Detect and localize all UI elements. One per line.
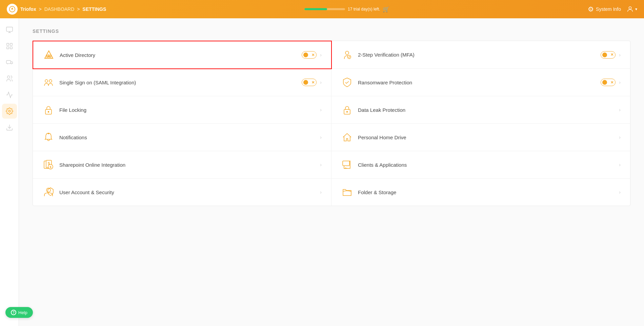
triofox-logo (7, 4, 18, 15)
dashboard-link[interactable]: DASHBOARD (44, 6, 75, 12)
ransomware-controls: ✕ › (601, 79, 621, 86)
topnav: Triofox > DASHBOARD > SETTINGS 17 trial … (0, 0, 644, 18)
sharepoint-item[interactable]: S $ Sharepoint Online Integration › (33, 151, 331, 179)
toggle-dot (303, 80, 308, 85)
system-info-button[interactable]: ⚙ System Info (588, 5, 621, 13)
layout: SETTINGS Active Directory (0, 18, 644, 326)
personal-home-drive-controls: › (619, 135, 621, 140)
clients-apps-icon (341, 159, 353, 171)
ransomware-toggle[interactable]: ✕ (601, 79, 616, 86)
personal-home-drive-item[interactable]: Personal Home Drive › (331, 124, 630, 151)
svg-point-13 (49, 55, 51, 57)
file-locking-label: File Locking (59, 107, 320, 113)
svg-rect-7 (6, 61, 11, 64)
active-directory-item[interactable]: Active Directory ✕ › (33, 41, 332, 69)
sidebar (0, 18, 19, 326)
svg-point-8 (7, 76, 9, 78)
clients-apps-controls: › (619, 162, 621, 167)
settings-icon (6, 107, 13, 115)
sidebar-item-reports[interactable] (2, 87, 17, 102)
toggle-x: ✕ (311, 53, 315, 57)
notifications-chevron: › (320, 135, 322, 140)
active-directory-toggle[interactable]: ✕ (302, 51, 317, 59)
active-directory-icon (43, 49, 55, 61)
folder-storage-item[interactable]: Folder & Storage › (331, 179, 630, 206)
toggle-dot (602, 53, 607, 57)
sharepoint-label: Sharepoint Online Integration (59, 162, 320, 168)
2step-icon (341, 49, 353, 61)
svg-text:$: $ (49, 165, 51, 169)
svg-point-9 (8, 110, 11, 112)
system-info-label: System Info (596, 6, 621, 12)
user-account-label: User Account & Security (59, 189, 320, 195)
svg-point-17 (49, 80, 52, 82)
personal-home-drive-icon (341, 131, 353, 143)
cart-icon[interactable]: 🛒 (383, 6, 389, 13)
svg-point-16 (45, 80, 48, 82)
user-account-controls: › (320, 189, 322, 195)
2step-chevron: › (619, 52, 621, 58)
single-signon-label: Single Sign on (SAML Integration) (59, 80, 302, 85)
settings-grid: Active Directory ✕ › (33, 41, 630, 206)
svg-point-29 (46, 188, 51, 192)
user-avatar-button[interactable]: ▾ (626, 5, 637, 13)
dashboard-icon (6, 42, 13, 50)
main-content: SETTINGS Active Directory (19, 18, 644, 326)
notifications-icon (42, 131, 55, 143)
2step-label: 2-Step Verification (MFA) (358, 52, 601, 58)
user-icon (626, 5, 634, 13)
2step-verification-item[interactable]: 2-Step Verification (MFA) ✕ › (331, 41, 630, 69)
trial-text: 17 trial day(s) left. (348, 7, 380, 12)
trial-bar-wrap (304, 8, 345, 10)
svg-rect-3 (6, 43, 8, 45)
active-directory-label: Active Directory (60, 52, 302, 58)
file-locking-icon (42, 104, 55, 116)
sharepoint-chevron: › (320, 162, 322, 167)
clients-apps-item[interactable]: Clients & Applications › (331, 151, 630, 179)
ransomware-item[interactable]: Ransomware Protection ✕ › (331, 69, 630, 96)
sidebar-item-monitor[interactable] (2, 22, 17, 37)
breadcrumb: Triofox > DASHBOARD > SETTINGS (20, 6, 106, 12)
single-signon-toggle[interactable]: ✕ (302, 79, 317, 86)
ransomware-chevron: › (619, 80, 621, 85)
data-leak-controls: › (619, 107, 621, 113)
sidebar-item-downloads[interactable] (2, 120, 17, 135)
svg-rect-4 (10, 43, 12, 45)
sidebar-item-devices[interactable] (2, 55, 17, 70)
notifications-controls: › (320, 135, 322, 140)
single-signon-item[interactable]: Single Sign on (SAML Integration) ✕ › (33, 69, 331, 96)
trial-info: 17 trial day(s) left. 🛒 (304, 6, 389, 13)
toggle-x: ✕ (311, 80, 315, 85)
trial-bar-fill (304, 8, 327, 10)
single-signon-controls: ✕ › (302, 79, 322, 86)
single-signon-icon (42, 76, 55, 88)
help-button[interactable]: ? Help (5, 307, 33, 318)
clients-apps-label: Clients & Applications (358, 162, 619, 168)
current-page: SETTINGS (82, 6, 106, 12)
chart-icon (6, 91, 13, 99)
svg-rect-19 (48, 111, 49, 113)
devices-icon (6, 59, 13, 66)
folder-storage-controls: › (619, 189, 621, 195)
sidebar-item-settings[interactable] (2, 104, 17, 119)
sidebar-item-dashboard[interactable] (2, 39, 17, 54)
svg-rect-21 (346, 111, 348, 113)
user-account-item[interactable]: User Account & Security › (33, 179, 331, 206)
toggle-dot (602, 80, 607, 85)
user-account-chevron: › (320, 189, 322, 195)
sidebar-item-users[interactable] (2, 71, 17, 86)
download-icon (6, 124, 13, 131)
notifications-item[interactable]: Notifications › (33, 124, 331, 151)
active-directory-chevron: › (320, 52, 322, 58)
personal-home-drive-label: Personal Home Drive (358, 135, 619, 140)
svg-rect-6 (10, 47, 12, 49)
2step-toggle[interactable]: ✕ (601, 51, 616, 59)
2step-controls: ✕ › (601, 51, 621, 59)
svg-point-14 (345, 51, 349, 55)
toggle-dot (303, 53, 308, 57)
data-leak-item[interactable]: Data Leak Protection › (331, 96, 630, 124)
file-locking-item[interactable]: File Locking › (33, 96, 331, 124)
users-icon (6, 75, 13, 82)
topnav-right: ⚙ System Info ▾ (588, 5, 637, 13)
svg-rect-5 (6, 47, 8, 49)
